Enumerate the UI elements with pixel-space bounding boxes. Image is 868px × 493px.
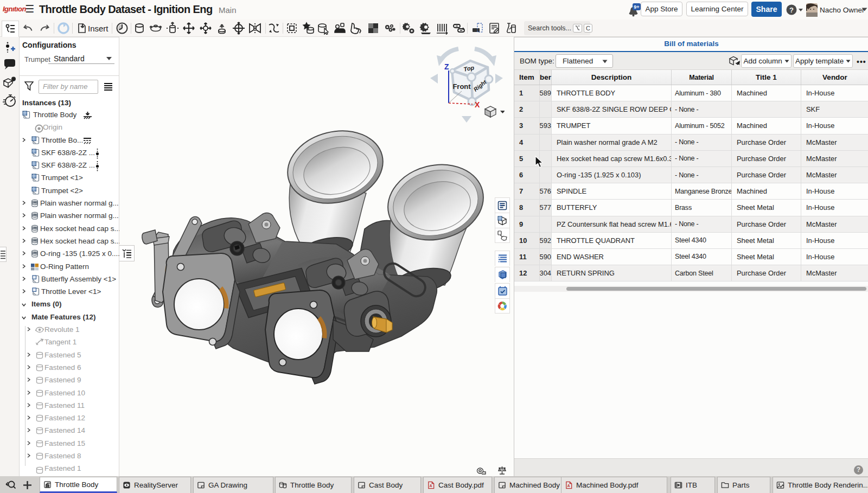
svg-text:?: ?: [12, 77, 15, 82]
svg-text:Front: Front: [452, 82, 471, 91]
svg-text:?: ?: [789, 6, 794, 14]
svg-text:X: X: [475, 100, 480, 109]
svg-text:9+: 9+: [634, 4, 639, 10]
svg-text:A: A: [430, 484, 432, 488]
svg-text:A: A: [567, 484, 570, 488]
svg-text:Z: Z: [444, 62, 449, 71]
